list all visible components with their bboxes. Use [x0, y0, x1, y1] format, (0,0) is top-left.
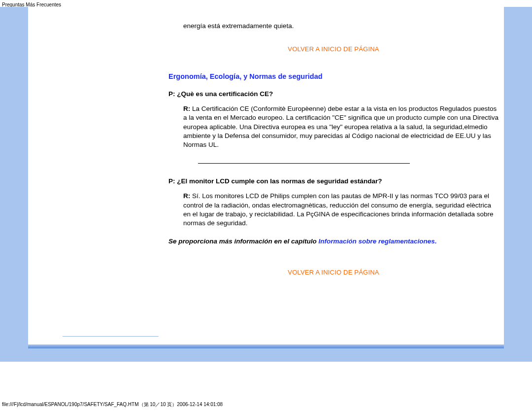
footer-path: file:///F|/lcd/manual/ESPANOL/190p7/SAFE… — [2, 401, 223, 408]
content-panel: energía está extremadamente quieta. VOLV… — [28, 7, 504, 344]
panel-border-bottom — [28, 344, 504, 348]
more-info-text: Se proporciona más información en el cap… — [168, 238, 499, 245]
more-info-prefix: Se proporciona más información en el cap… — [168, 238, 319, 245]
fragment-text: energía está extremadamente quieta. — [183, 22, 499, 31]
back-to-top-link-2[interactable]: VOLVER A INICIO DE PÁGINA — [168, 269, 499, 276]
divider-line — [198, 163, 410, 164]
question-2: P: ¿El monitor LCD cumple con las normas… — [168, 177, 499, 185]
background-frame: energía está extremadamente quieta. VOLV… — [0, 7, 532, 362]
section-heading: Ergonomía, Ecología, y Normas de segurid… — [168, 72, 499, 80]
answer-1-label: R: — [183, 105, 190, 112]
main-content: energía está extremadamente quieta. VOLV… — [60, 7, 528, 344]
regulations-link[interactable]: Información sobre reglamentaciones. — [319, 238, 437, 245]
answer-2: R: Sí. Los monitores LCD de Philips cump… — [168, 192, 499, 228]
back-to-top-link-1[interactable]: VOLVER A INICIO DE PÁGINA — [168, 45, 499, 53]
answer-2-label: R: — [183, 192, 190, 200]
question-1: P: ¿Què es una certificación CE? — [168, 90, 499, 98]
answer-1: R: La Certificación CE (Conformitè Europ… — [168, 104, 499, 149]
answer-1-text: La Certificación CE (Conformitè Europèen… — [183, 105, 499, 148]
answer-2-text: Sí. Los monitores LCD de Philips cumplen… — [183, 192, 494, 227]
